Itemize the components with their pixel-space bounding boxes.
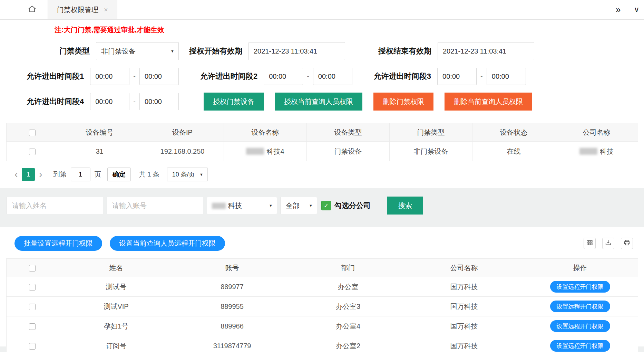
person-account-cell: 889977 bbox=[174, 277, 290, 297]
period-1-end-input[interactable] bbox=[139, 68, 179, 85]
person-dept-cell: 办公室3 bbox=[290, 297, 406, 316]
range-separator: - bbox=[133, 73, 136, 80]
time-period-3: 允许进出时间段3 - bbox=[374, 68, 526, 85]
export-icon bbox=[605, 240, 611, 247]
name-search-input[interactable] bbox=[7, 197, 103, 214]
expand-tabs-button[interactable]: » bbox=[607, 0, 629, 19]
device-header-company: 公司名称 bbox=[555, 123, 638, 142]
person-account-cell: 3119874779 bbox=[174, 336, 290, 352]
goto-page-unit: 页 bbox=[95, 170, 101, 179]
period-1-start-input[interactable] bbox=[90, 68, 129, 85]
redacted-text bbox=[212, 203, 226, 209]
period-2-start-input[interactable] bbox=[264, 68, 303, 85]
authorize-device-button[interactable]: 授权门禁设备 bbox=[204, 93, 264, 111]
collapse-panel-button[interactable]: ∨ bbox=[629, 0, 644, 19]
period-2-end-input[interactable] bbox=[313, 68, 352, 85]
double-chevron-right-icon: » bbox=[615, 4, 621, 15]
device-header-checkbox-cell bbox=[7, 123, 58, 142]
device-header-status: 设备状态 bbox=[472, 123, 555, 142]
period-2-label: 允许进出时间段2 bbox=[200, 71, 257, 82]
time-period-4: 允许进出时间段4 - bbox=[27, 93, 179, 110]
page-size-select[interactable]: 10 条/页 ▼ bbox=[167, 168, 208, 181]
form-row-3: 允许进出时间段4 - 授权门禁设备 授权当前查询人员权限 删除门禁权限 删除当前… bbox=[27, 93, 644, 111]
goto-confirm-button[interactable]: 确定 bbox=[107, 168, 131, 181]
person-dept-cell: 办公室4 bbox=[290, 316, 406, 336]
person-name-cell: 孕妇1号 bbox=[58, 316, 174, 336]
people-table: 姓名 账号 部门 公司名称 操作 测试号 889977 办公室 国万科技 设置远… bbox=[6, 258, 638, 352]
close-icon[interactable]: × bbox=[104, 6, 108, 14]
person-company-cell: 国万科技 bbox=[406, 277, 522, 297]
pagination-page-1-button[interactable]: 1 bbox=[22, 168, 35, 181]
device-row-checkbox[interactable] bbox=[29, 149, 36, 155]
table-tools bbox=[584, 238, 633, 249]
device-header-type: 设备类型 bbox=[307, 123, 390, 142]
current-query-remote-open-button[interactable]: 设置当前查询人员远程开门权限 bbox=[110, 236, 225, 251]
person-row-checkbox[interactable] bbox=[29, 304, 36, 310]
period-3-start-input[interactable] bbox=[437, 68, 477, 85]
device-id-cell: 31 bbox=[58, 142, 141, 161]
goto-page-input[interactable] bbox=[71, 168, 90, 181]
chevron-down-icon: ▼ bbox=[199, 172, 203, 177]
device-header-name: 设备名称 bbox=[224, 123, 307, 142]
redacted-text bbox=[246, 148, 264, 155]
delete-permission-button[interactable]: 删除门禁权限 bbox=[373, 93, 433, 111]
people-card: 批量设置远程开门权限 设置当前查询人员远程开门权限 bbox=[0, 227, 644, 346]
person-dept-cell: 办公室2 bbox=[290, 336, 406, 352]
tab-label: 门禁权限管理 bbox=[57, 5, 98, 15]
print-button[interactable] bbox=[621, 238, 633, 249]
period-4-end-input[interactable] bbox=[139, 93, 179, 110]
person-name-cell: 测试号 bbox=[58, 277, 174, 297]
person-row-checkbox[interactable] bbox=[29, 343, 36, 350]
pagination-prev-button[interactable]: ‹ bbox=[14, 170, 18, 179]
person-row-checkbox[interactable] bbox=[29, 323, 36, 330]
set-remote-open-button[interactable]: 设置远程开门权限 bbox=[550, 320, 610, 332]
auth-end-input[interactable] bbox=[438, 42, 534, 60]
set-remote-open-button[interactable]: 设置远程开门权限 bbox=[550, 301, 610, 312]
delete-person-permission-button[interactable]: 删除当前查询人员权限 bbox=[445, 93, 532, 111]
grid-icon bbox=[587, 240, 593, 247]
printer-icon bbox=[624, 240, 630, 247]
people-toolbar: 批量设置远程开门权限 设置当前查询人员远程开门权限 bbox=[14, 236, 633, 251]
range-separator: - bbox=[480, 73, 483, 80]
authorize-person-button[interactable]: 授权当前查询人员权限 bbox=[275, 93, 362, 111]
set-remote-open-button[interactable]: 设置远程开门权限 bbox=[550, 340, 610, 352]
select-all-people-checkbox[interactable] bbox=[29, 265, 36, 272]
pagination-next-button[interactable]: › bbox=[39, 170, 42, 179]
batch-remote-open-button[interactable]: 批量设置远程开门权限 bbox=[14, 236, 102, 251]
branch-company-checkbox[interactable]: ✓ bbox=[321, 201, 331, 210]
search-button[interactable]: 搜索 bbox=[387, 197, 423, 215]
people-header-action: 操作 bbox=[522, 259, 638, 277]
tabbar-controls: » ∨ bbox=[607, 0, 644, 19]
person-name-cell: 测试VIP bbox=[58, 297, 174, 316]
device-table-header: 设备编号 设备IP 设备名称 设备类型 门禁类型 设备状态 公司名称 bbox=[7, 123, 638, 142]
auth-start-input[interactable] bbox=[248, 42, 345, 60]
person-name-cell: 订阅号 bbox=[58, 336, 174, 352]
chevron-down-icon: ▼ bbox=[269, 203, 273, 208]
tab-access-permission-management[interactable]: 门禁权限管理 × bbox=[48, 0, 117, 19]
period-4-start-input[interactable] bbox=[90, 93, 129, 110]
select-all-devices-checkbox[interactable] bbox=[29, 130, 36, 136]
people-header-dept: 部门 bbox=[290, 259, 406, 277]
person-row-checkbox[interactable] bbox=[29, 284, 36, 291]
people-header-checkbox-cell bbox=[7, 259, 58, 277]
period-1-label: 允许进出时间段1 bbox=[27, 71, 84, 82]
export-button[interactable] bbox=[602, 238, 614, 249]
device-name-cell: 科技4 bbox=[224, 142, 307, 161]
column-settings-button[interactable] bbox=[584, 238, 596, 249]
scope-select[interactable]: 全部 ▼ bbox=[281, 197, 317, 214]
account-search-input[interactable] bbox=[107, 197, 203, 214]
person-dept-cell: 办公室 bbox=[290, 277, 406, 297]
home-button[interactable] bbox=[17, 0, 48, 19]
company-select[interactable]: 科技 ▼ bbox=[207, 197, 277, 214]
home-icon bbox=[28, 4, 37, 15]
people-table-row: 测试号 889977 办公室 国万科技 设置远程开门权限 bbox=[7, 277, 638, 297]
device-pagination: ‹ 1 › 到第 页 确定 共 1 条 10 条/页 ▼ bbox=[0, 161, 644, 183]
period-3-end-input[interactable] bbox=[487, 68, 526, 85]
auth-start-label: 授权开始有效期 bbox=[189, 46, 242, 56]
door-type-select[interactable]: 非门禁设备 ▼ bbox=[96, 42, 179, 60]
people-header-name: 姓名 bbox=[58, 259, 174, 277]
set-remote-open-button[interactable]: 设置远程开门权限 bbox=[550, 281, 610, 293]
device-type-cell: 门禁设备 bbox=[307, 142, 390, 161]
device-table-row: 31 192.168.0.250 科技4 门禁设备 非门禁设备 在线 科技 bbox=[7, 142, 638, 161]
range-separator: - bbox=[133, 98, 136, 106]
